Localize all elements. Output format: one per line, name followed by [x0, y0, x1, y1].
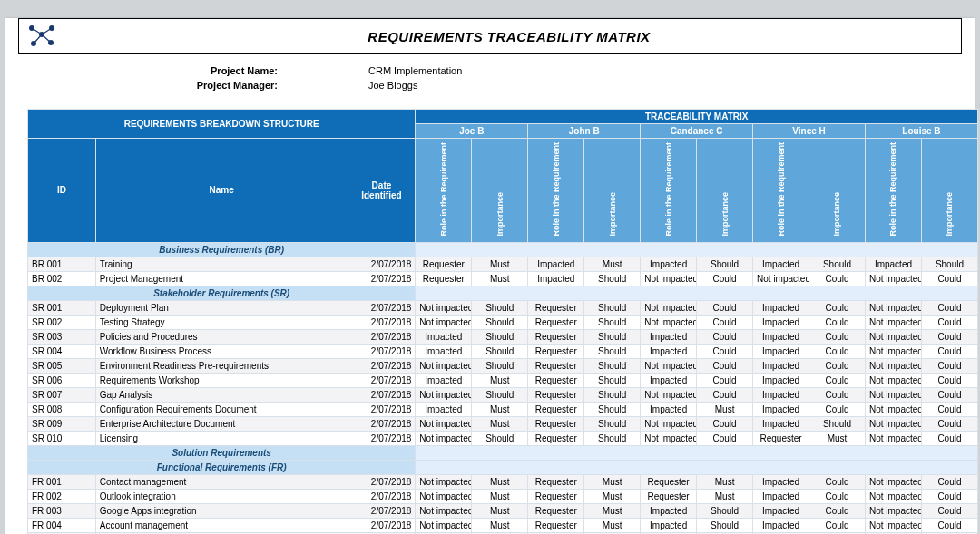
- role-column-header: Role in the Requirement: [528, 139, 584, 243]
- project-manager-value: Joe Bloggs: [368, 78, 595, 92]
- cell-value: Could: [809, 518, 866, 532]
- cell-value: Impacted: [753, 344, 809, 358]
- cell-value: Impacted: [753, 387, 809, 402]
- cell-value: Requester: [528, 387, 584, 402]
- cell-value: Must: [472, 373, 528, 387]
- app-logo-icon: [26, 21, 57, 52]
- cell-value: Impacted: [753, 300, 809, 315]
- cell-value: Must: [584, 503, 641, 518]
- cell-value: Could: [809, 503, 866, 518]
- cell-date: 2/07/2018: [348, 387, 416, 402]
- cell-value: Requester: [528, 489, 584, 503]
- cell-value: Should: [584, 271, 641, 286]
- section-subheading: Functional Requirements (FR): [28, 460, 416, 474]
- table-row: SR 008Configuration Requirements Documen…: [28, 402, 978, 416]
- cell-value: Not impacted: [641, 271, 697, 286]
- document-page: REQUIREMENTS TRACEABILITY MATRIX Project…: [5, 18, 975, 534]
- cell-value: Should: [584, 387, 641, 402]
- cell-date: 2/07/2018: [348, 358, 416, 373]
- cell-id: SR 006: [28, 373, 96, 387]
- cell-id: SR 007: [28, 387, 96, 402]
- cell-name: Account management: [95, 518, 348, 532]
- cell-value: Must: [472, 416, 528, 431]
- cell-value: Requester: [416, 271, 472, 286]
- cell-value: Impacted: [753, 474, 809, 489]
- person-header: Candance C: [641, 124, 753, 139]
- cell-value: Not impacted: [865, 344, 921, 358]
- cell-value: Should: [584, 329, 641, 344]
- table-row: FR 002Outlook integration2/07/2018Not im…: [28, 489, 978, 503]
- person-header: Vince H: [753, 124, 866, 139]
- importance-column-header: Importance: [472, 139, 528, 243]
- project-manager-label: Project Manager:: [169, 78, 278, 92]
- cell-value: Must: [472, 402, 528, 416]
- cell-name: Workflow Business Process: [95, 344, 348, 358]
- page-title: REQUIREMENTS TRACEABILITY MATRIX: [57, 29, 961, 44]
- cell-date: 2/07/2018: [348, 344, 416, 358]
- cell-value: Impacted: [753, 503, 809, 518]
- cell-value: Not impacted: [416, 503, 472, 518]
- cell-value: Could: [921, 402, 977, 416]
- cell-value: Not impacted: [865, 373, 921, 387]
- cell-value: Requester: [641, 489, 697, 503]
- role-column-header: Role in the Requirement: [416, 139, 472, 243]
- cell-value: Could: [921, 431, 977, 445]
- cell-date: 2/07/2018: [348, 431, 416, 445]
- cell-value: Could: [921, 300, 977, 315]
- section-heading: Solution Requirements: [28, 445, 416, 460]
- project-name-label: Project Name:: [169, 63, 278, 78]
- table-row: FR 001Contact management2/07/2018Not imp…: [28, 474, 978, 489]
- cell-value: Requester: [753, 431, 809, 445]
- cell-value: Requester: [528, 431, 584, 445]
- cell-value: Impacted: [641, 344, 697, 358]
- cell-value: Impacted: [641, 329, 697, 344]
- cell-name: Licensing: [95, 431, 348, 445]
- cell-value: Could: [921, 416, 977, 431]
- cell-value: Could: [809, 300, 866, 315]
- person-header: John B: [528, 124, 641, 139]
- section-heading-filler: [416, 445, 978, 460]
- cell-value: Could: [921, 503, 977, 518]
- cell-value: Must: [472, 271, 528, 286]
- cell-value: Impacted: [753, 329, 809, 344]
- section-heading-filler: [416, 242, 978, 257]
- cell-value: Could: [697, 300, 753, 315]
- cell-value: Impacted: [753, 489, 809, 503]
- cell-date: 2/07/2018: [348, 315, 416, 329]
- cell-name: Requirements Workshop: [95, 373, 348, 387]
- cell-name: Deployment Plan: [95, 300, 348, 315]
- table-row: SR 003Policies and Procedures2/07/2018Im…: [28, 329, 978, 344]
- cell-value: Impacted: [753, 315, 809, 329]
- cell-id: SR 001: [28, 300, 96, 315]
- svg-line-8: [42, 34, 51, 43]
- cell-date: 2/07/2018: [348, 402, 416, 416]
- cell-date: 2/07/2018: [348, 489, 416, 503]
- cell-name: Training: [95, 257, 348, 271]
- cell-value: Impacted: [753, 373, 809, 387]
- cell-value: Impacted: [641, 518, 697, 532]
- cell-value: Must: [472, 474, 528, 489]
- tm-header: TRACEABILITY MATRIX: [416, 110, 978, 124]
- cell-value: Could: [809, 387, 866, 402]
- cell-id: BR 002: [28, 271, 96, 286]
- cell-value: Must: [809, 431, 866, 445]
- table-row: BR 001Training2/07/2018RequesterMustImpa…: [28, 257, 978, 271]
- cell-value: Requester: [528, 402, 584, 416]
- cell-date: 2/07/2018: [348, 257, 416, 271]
- cell-value: Must: [584, 489, 641, 503]
- role-column-header: Role in the Requirement: [753, 139, 809, 243]
- table-row: SR 004Workflow Business Process2/07/2018…: [28, 344, 978, 358]
- cell-value: Impacted: [753, 358, 809, 373]
- cell-value: Impacted: [641, 373, 697, 387]
- cell-id: SR 009: [28, 416, 96, 431]
- cell-value: Must: [697, 402, 753, 416]
- cell-value: Not impacted: [865, 431, 921, 445]
- project-name-value: CRM Implementation: [368, 63, 595, 78]
- cell-value: Impacted: [865, 257, 921, 271]
- cell-value: Should: [697, 503, 753, 518]
- cell-value: Requester: [416, 257, 472, 271]
- cell-value: Impacted: [753, 518, 809, 532]
- role-column-header: Role in the Requirement: [641, 139, 697, 243]
- cell-date: 2/07/2018: [348, 416, 416, 431]
- cell-value: Should: [697, 518, 753, 532]
